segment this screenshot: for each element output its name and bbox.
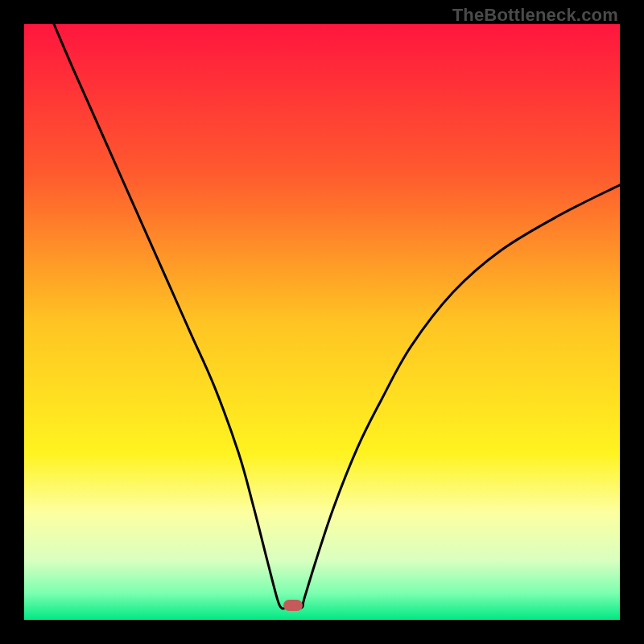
gradient-background (24, 24, 620, 620)
watermark-text: TheBottleneck.com (452, 5, 618, 26)
optimum-marker (283, 600, 303, 611)
chart-frame: TheBottleneck.com (0, 0, 644, 644)
plot-area (24, 24, 620, 620)
bottleneck-svg (24, 24, 620, 620)
bottleneck-curve-path (54, 24, 620, 609)
